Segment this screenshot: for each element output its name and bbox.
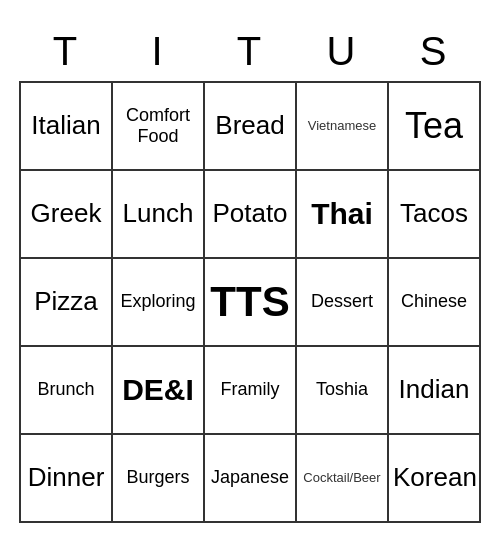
cell-3-1: DE&I <box>112 346 204 434</box>
grid-body: ItalianComfort FoodBreadVietnameseTeaGre… <box>20 82 480 522</box>
grid-row-3: BrunchDE&IFramilyToshiaIndian <box>20 346 480 434</box>
cell-2-1: Exploring <box>112 258 204 346</box>
grid-row-0: ItalianComfort FoodBreadVietnameseTea <box>20 82 480 170</box>
cell-4-2: Japanese <box>204 434 296 522</box>
cell-3-4: Indian <box>388 346 480 434</box>
cell-0-4: Tea <box>388 82 480 170</box>
cell-4-1: Burgers <box>112 434 204 522</box>
header-T: T <box>20 22 112 82</box>
cell-1-4: Tacos <box>388 170 480 258</box>
cell-2-3: Dessert <box>296 258 388 346</box>
cell-2-0: Pizza <box>20 258 112 346</box>
grid-row-4: DinnerBurgersJapaneseCocktail/BeerKorean <box>20 434 480 522</box>
cell-3-2: Framily <box>204 346 296 434</box>
cell-0-1: Comfort Food <box>112 82 204 170</box>
cell-1-1: Lunch <box>112 170 204 258</box>
grid-row-2: PizzaExploringTTSDessertChinese <box>20 258 480 346</box>
cell-4-4: Korean <box>388 434 480 522</box>
header-S: S <box>388 22 480 82</box>
cell-3-0: Brunch <box>20 346 112 434</box>
cell-4-0: Dinner <box>20 434 112 522</box>
header-T2: T <box>204 22 296 82</box>
cell-4-3: Cocktail/Beer <box>296 434 388 522</box>
cell-2-2: TTS <box>204 258 296 346</box>
header-I: I <box>112 22 204 82</box>
cell-2-4: Chinese <box>388 258 480 346</box>
cell-3-3: Toshia <box>296 346 388 434</box>
cell-0-3: Vietnamese <box>296 82 388 170</box>
header-U: U <box>296 22 388 82</box>
header-row: T I T U S <box>20 22 480 82</box>
cell-1-0: Greek <box>20 170 112 258</box>
cell-1-3: Thai <box>296 170 388 258</box>
bingo-card: T I T U S ItalianComfort FoodBreadVietna… <box>19 22 481 523</box>
cell-0-2: Bread <box>204 82 296 170</box>
cell-1-2: Potato <box>204 170 296 258</box>
grid-row-1: GreekLunchPotatoThaiTacos <box>20 170 480 258</box>
cell-0-0: Italian <box>20 82 112 170</box>
